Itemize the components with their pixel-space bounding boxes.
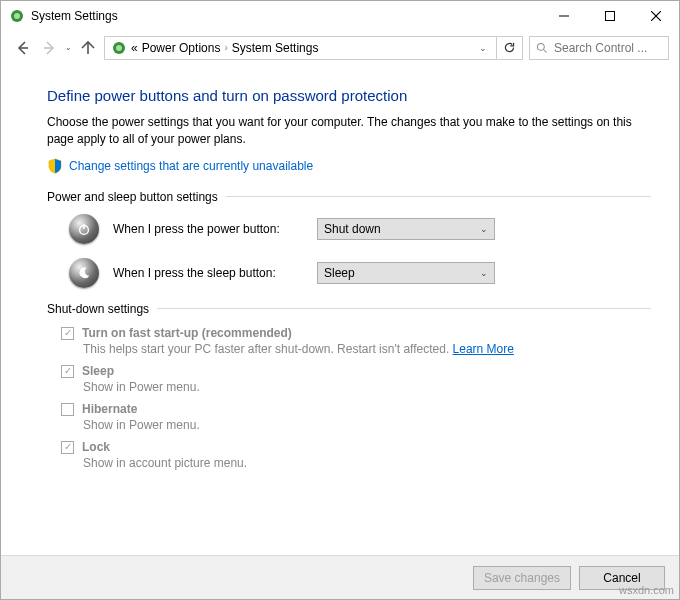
sleep-button-row: When I press the sleep button: Sleep ⌄ — [69, 258, 651, 288]
page-description: Choose the power settings that you want … — [47, 114, 651, 148]
power-button-label: When I press the power button: — [113, 222, 303, 236]
sleep-button-value: Sleep — [324, 266, 355, 280]
breadcrumb-prefix: « — [131, 41, 138, 55]
checkbox-lock[interactable]: Lock — [61, 440, 651, 454]
footer: Save changes Cancel — [1, 555, 679, 599]
window-controls — [541, 1, 679, 31]
navbar: ⌄ « Power Options › System Settings ⌄ — [1, 31, 679, 67]
arrow-up-icon — [80, 40, 96, 56]
chevron-right-icon: › — [224, 42, 227, 53]
arrow-right-icon — [41, 40, 57, 56]
section-shutdown: Shut-down settings — [47, 302, 651, 316]
checkbox-icon — [61, 365, 74, 378]
minimize-button[interactable] — [541, 1, 587, 31]
content: Define power buttons and turn on passwor… — [1, 67, 679, 555]
sleep-button-combo[interactable]: Sleep ⌄ — [317, 262, 495, 284]
window-title: System Settings — [31, 9, 541, 23]
checkbox-sub: This helps start your PC faster after sh… — [83, 342, 651, 356]
save-button[interactable]: Save changes — [473, 566, 571, 590]
watermark: wsxdn.com — [619, 584, 674, 596]
svg-rect-3 — [606, 12, 615, 21]
breadcrumb-seg-1[interactable]: Power Options — [142, 41, 221, 55]
search-icon — [536, 42, 548, 54]
search-placeholder: Search Control ... — [554, 41, 647, 55]
checkbox-label: Hibernate — [82, 402, 137, 416]
sleep-button-label: When I press the sleep button: — [113, 266, 303, 280]
breadcrumb-seg-2[interactable]: System Settings — [232, 41, 319, 55]
checkbox-label: Sleep — [82, 364, 114, 378]
svg-line-12 — [544, 49, 547, 52]
maximize-icon — [605, 11, 615, 21]
svg-point-11 — [538, 43, 545, 50]
checkbox-icon — [61, 441, 74, 454]
divider — [226, 196, 651, 197]
chevron-down-icon: ⌄ — [480, 268, 488, 278]
chevron-down-icon: ⌄ — [480, 224, 488, 234]
change-settings-link[interactable]: Change settings that are currently unava… — [69, 159, 313, 173]
refresh-icon — [503, 41, 516, 54]
checkbox-sleep[interactable]: Sleep — [61, 364, 651, 378]
maximize-button[interactable] — [587, 1, 633, 31]
refresh-button[interactable] — [497, 36, 523, 60]
power-button-value: Shut down — [324, 222, 381, 236]
recent-dropdown[interactable]: ⌄ — [65, 43, 72, 52]
shield-icon — [47, 158, 63, 174]
up-button[interactable] — [78, 38, 98, 58]
sleep-icon — [69, 258, 99, 288]
close-button[interactable] — [633, 1, 679, 31]
window: System Settings ⌄ — [0, 0, 680, 600]
checkbox-sub: Show in Power menu. — [83, 418, 651, 432]
change-settings-row: Change settings that are currently unava… — [47, 158, 651, 174]
search-input[interactable]: Search Control ... — [529, 36, 669, 60]
back-button[interactable] — [13, 38, 33, 58]
power-icon — [69, 214, 99, 244]
checkbox-label: Turn on fast start-up (recommended) — [82, 326, 292, 340]
checkbox-sub: Show in Power menu. — [83, 380, 651, 394]
checkbox-sub: Show in account picture menu. — [83, 456, 651, 470]
divider — [157, 308, 651, 309]
titlebar: System Settings — [1, 1, 679, 31]
checkbox-icon — [61, 327, 74, 340]
address-bar[interactable]: « Power Options › System Settings ⌄ — [104, 36, 497, 60]
svg-point-10 — [116, 45, 122, 51]
section-power: Power and sleep button settings — [47, 190, 651, 204]
svg-point-1 — [14, 13, 20, 19]
address-icon — [111, 40, 127, 56]
minimize-icon — [559, 11, 569, 21]
checkbox-fast-startup[interactable]: Turn on fast start-up (recommended) — [61, 326, 651, 340]
app-icon — [9, 8, 25, 24]
forward-button[interactable] — [39, 38, 59, 58]
address-dropdown[interactable]: ⌄ — [474, 43, 492, 53]
learn-more-link[interactable]: Learn More — [453, 342, 514, 356]
section-power-title: Power and sleep button settings — [47, 190, 218, 204]
close-icon — [651, 11, 661, 21]
power-button-combo[interactable]: Shut down ⌄ — [317, 218, 495, 240]
page-heading: Define power buttons and turn on passwor… — [47, 87, 651, 104]
checkbox-icon — [61, 403, 74, 416]
checkbox-hibernate[interactable]: Hibernate — [61, 402, 651, 416]
section-shutdown-title: Shut-down settings — [47, 302, 149, 316]
checkbox-label: Lock — [82, 440, 110, 454]
arrow-left-icon — [15, 40, 31, 56]
power-button-row: When I press the power button: Shut down… — [69, 214, 651, 244]
